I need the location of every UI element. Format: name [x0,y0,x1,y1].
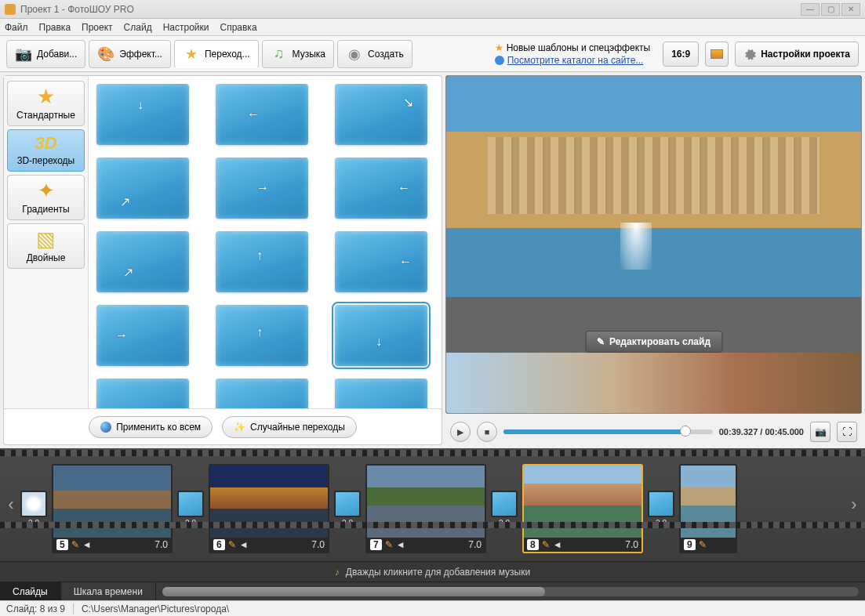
close-button[interactable]: ✕ [841,3,860,16]
tab-transitions[interactable]: ★Переход... [174,40,259,68]
pencil-icon: ✎ [597,336,605,347]
filmstrip: ‹ 2.0 5✎◄7.0 2.0 6✎◄7.0 2.0 7✎◄7.0 2.0 8… [0,448,865,561]
transition-item[interactable]: ← [216,84,308,145]
fullscreen-button[interactable]: ⛶ [837,422,857,442]
menu-project[interactable]: Проект [82,22,113,33]
music-note-icon: ♪ [335,567,340,578]
transition-thumb[interactable] [177,491,204,517]
arrow-left-icon[interactable]: ◄ [553,539,562,550]
transition-thumb[interactable] [491,491,518,517]
wand-icon: ✨ [234,422,245,433]
category-standard[interactable]: ★Стандартные [7,81,85,126]
gradient-icon: ✦ [38,180,55,201]
scroll-right-button[interactable]: › [846,495,862,515]
transition-item[interactable]: ↗ [96,231,189,292]
slide-item[interactable]: 6✎◄7.0 [209,464,329,553]
transition-item[interactable]: ↗ [96,158,189,219]
tab-music[interactable]: ♫Музыка [262,40,334,68]
tab-effects[interactable]: 🎨Эффект... [89,40,171,68]
transition-chip[interactable]: 2.0 [334,491,361,527]
transition-chip[interactable]: 2.0 [648,491,674,527]
transition-item[interactable] [216,379,308,408]
preview-area: ✎Редактировать слайд [445,75,862,414]
playback-bar: ▶ ■ 00:39.327 / 00:45.000 📷 ⛶ [445,419,862,445]
transition-item[interactable]: ↘ [335,84,427,145]
globe-icon [495,56,504,65]
templates-label: Новые шаблоны и спецэффекты [507,42,651,53]
globe-icon [100,422,111,433]
transition-thumb[interactable] [20,491,47,517]
transition-item[interactable]: ← [335,231,427,292]
camera-icon: 📷 [815,426,827,437]
edit-slide-button[interactable]: ✎Редактировать слайд [585,331,722,353]
music-note-icon: ♫ [271,45,288,63]
menu-edit[interactable]: Правка [39,22,71,33]
app-icon [5,4,16,15]
pencil-icon[interactable]: ✎ [228,539,236,550]
arrow-left-icon[interactable]: ◄ [239,539,249,550]
apply-all-button[interactable]: Применить ко всем [89,416,213,438]
category-gradients[interactable]: ✦Градиенты [7,175,85,220]
gear-icon [743,48,756,60]
play-button[interactable]: ▶ [450,422,471,442]
seek-knob[interactable] [680,426,691,437]
preview-panel: ✎Редактировать слайд ▶ ■ 00:39.327 / 00:… [445,75,862,445]
category-double[interactable]: ▧Двойные [7,223,85,269]
slide-item[interactable]: 8✎◄7.0 [522,464,643,553]
music-track[interactable]: ♪Дважды кликните для добавления музыки [0,561,865,582]
arrow-left-icon[interactable]: ◄ [396,539,405,550]
seek-bar[interactable] [503,429,713,434]
monitor-button[interactable] [705,42,729,67]
tab-create[interactable]: ◉Создать [337,40,413,68]
pencil-icon[interactable]: ✎ [699,539,707,550]
monitor-icon [711,49,723,59]
transition-item[interactable]: ↓ [335,305,427,366]
category-3d[interactable]: 3D3D-переходы [7,129,85,172]
tab-add[interactable]: 📷Добави... [6,40,85,68]
menu-help[interactable]: Справка [220,22,256,33]
horizontal-scrollbar[interactable] [156,582,865,600]
transition-chip[interactable]: 2.0 [20,491,47,527]
transition-item[interactable]: ↑ [216,305,308,366]
transition-item[interactable]: ← [335,158,427,219]
pencil-icon[interactable]: ✎ [71,539,79,550]
view-tab-timeline[interactable]: Шкала времени [61,582,156,600]
random-button[interactable]: ✨Случайные переходы [222,416,357,438]
transitions-grid[interactable]: ↓ ← ↘ ↗ → ← ↗ ↑ ← → ↑ ↓ [89,76,442,408]
slides-row: 2.0 5✎◄7.0 2.0 6✎◄7.0 2.0 7✎◄7.0 2.0 8✎◄… [19,456,846,553]
view-tab-slides[interactable]: Слайды [0,582,61,600]
main-toolbar: 📷Добави... 🎨Эффект... ★Переход... ♫Музык… [0,36,865,72]
aspect-ratio-button[interactable]: 16:9 [663,42,699,67]
fullscreen-icon: ⛶ [842,426,852,437]
transition-thumb[interactable] [334,491,361,517]
menu-file[interactable]: Файл [5,22,28,33]
scroll-left-button[interactable]: ‹ [3,495,19,515]
pencil-icon[interactable]: ✎ [542,539,550,550]
transition-item[interactable] [335,379,427,408]
menu-slide[interactable]: Слайд [124,22,152,33]
window-title: Проект 1 - ФотоШОУ PRO [20,4,801,15]
transition-item[interactable]: ↓ [96,84,189,145]
minimize-button[interactable]: — [801,3,820,16]
stop-button[interactable]: ■ [477,422,497,442]
slide-item[interactable]: 9✎ [679,464,737,553]
transition-item[interactable] [96,379,189,408]
slide-item[interactable]: 7✎◄7.0 [365,464,486,553]
transition-thumb[interactable] [648,491,674,517]
maximize-button[interactable]: ▢ [821,3,840,16]
snapshot-button[interactable]: 📷 [810,422,830,442]
transition-chip[interactable]: 2.0 [491,491,518,527]
transition-item[interactable]: ↑ [216,231,308,292]
scrollbar-thumb[interactable] [162,587,545,596]
catalog-link[interactable]: Посмотрите каталог на сайте... [507,55,644,66]
arrow-left-icon[interactable]: ◄ [82,539,92,550]
transition-item[interactable]: → [96,305,189,366]
slide-item[interactable]: 5✎◄7.0 [52,464,173,553]
pencil-icon[interactable]: ✎ [385,539,393,550]
menu-settings[interactable]: Настройки [163,22,209,33]
project-settings-button[interactable]: Настройки проекта [735,42,859,67]
3d-icon: 3D [35,135,56,152]
transition-item[interactable]: → [216,158,308,219]
transition-chip[interactable]: 2.0 [177,491,204,527]
timecode: 00:39.327 / 00:45.000 [719,427,804,437]
